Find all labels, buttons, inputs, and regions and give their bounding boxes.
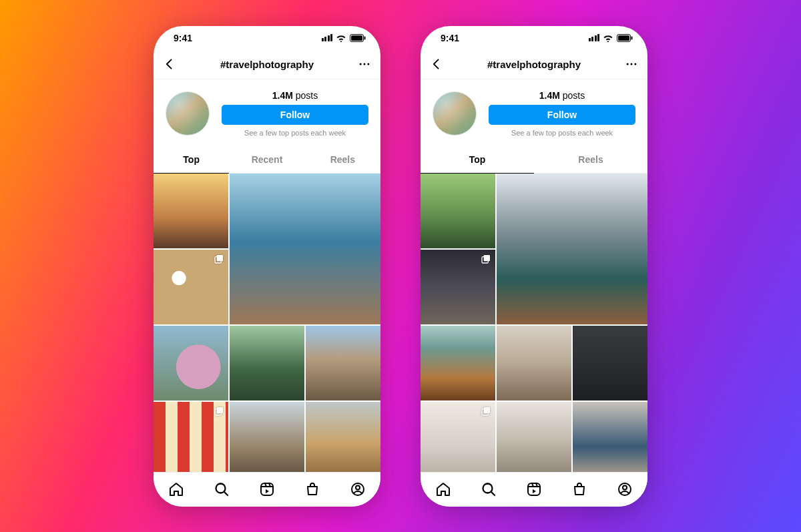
page-title: #travelphotography xyxy=(220,59,314,70)
wifi-icon xyxy=(603,34,613,42)
svg-line-11 xyxy=(224,492,228,495)
follow-subtext: See a few top posts each week xyxy=(244,129,346,137)
signal-icon xyxy=(322,34,333,41)
post-thumbnail[interactable] xyxy=(573,326,647,401)
nav-home-icon[interactable] xyxy=(168,481,184,497)
phone-left: 9:41 #travelphotography 1.4M posts Follo… xyxy=(154,26,380,507)
post-thumbnail[interactable] xyxy=(421,402,495,472)
hashtag-avatar[interactable] xyxy=(433,91,477,136)
nav-profile-icon[interactable] xyxy=(350,481,366,497)
carousel-icon xyxy=(481,406,491,417)
svg-rect-30 xyxy=(528,483,540,495)
svg-rect-8 xyxy=(217,407,223,413)
phone-right: 9:41 #travelphotography 1.4M posts Follo… xyxy=(421,26,647,507)
post-thumbnail[interactable] xyxy=(230,402,304,472)
post-thumbnail[interactable] xyxy=(154,174,228,248)
post-thumbnail[interactable] xyxy=(230,326,304,401)
nav-home-icon[interactable] xyxy=(435,481,451,497)
hashtag-info: 1.4M posts Follow See a few top posts ea… xyxy=(222,90,368,137)
svg-rect-24 xyxy=(484,255,490,261)
back-button[interactable] xyxy=(430,57,443,71)
nav-reels-icon[interactable] xyxy=(526,481,542,497)
bottom-nav xyxy=(421,472,647,507)
bottom-nav xyxy=(154,472,380,507)
post-count: 1.4M posts xyxy=(539,90,585,101)
tab-top[interactable]: Top xyxy=(421,146,534,173)
post-thumbnail[interactable] xyxy=(306,326,380,401)
post-thumbnail[interactable] xyxy=(154,402,228,472)
tab-recent[interactable]: Recent xyxy=(229,146,304,173)
hashtag-summary: 1.4M posts Follow See a few top posts ea… xyxy=(421,79,647,146)
svg-rect-1 xyxy=(351,35,362,41)
post-thumbnail[interactable] xyxy=(154,326,228,401)
svg-point-22 xyxy=(631,63,633,65)
battery-icon xyxy=(350,34,366,42)
more-button[interactable] xyxy=(358,57,371,71)
status-time: 9:41 xyxy=(174,33,192,43)
svg-point-35 xyxy=(623,486,627,490)
post-thumbnail[interactable] xyxy=(573,402,647,472)
page-title: #travelphotography xyxy=(487,59,581,70)
page-header: #travelphotography xyxy=(154,50,380,79)
svg-point-23 xyxy=(634,63,636,65)
follow-button[interactable]: Follow xyxy=(222,105,368,125)
tab-top[interactable]: Top xyxy=(154,146,229,173)
tabs-left: TopRecentReels xyxy=(154,146,380,174)
post-thumbnail[interactable] xyxy=(497,326,571,401)
svg-point-3 xyxy=(360,63,362,65)
grid-left xyxy=(154,174,380,472)
status-bar: 9:41 xyxy=(154,26,380,50)
nav-shop-icon[interactable] xyxy=(304,481,320,497)
grid-right xyxy=(421,174,647,472)
post-thumbnail[interactable] xyxy=(497,402,571,472)
tabs-right: TopReels xyxy=(421,146,647,174)
svg-point-17 xyxy=(356,486,360,490)
post-thumbnail[interactable] xyxy=(421,174,495,248)
back-button[interactable] xyxy=(163,57,176,71)
svg-rect-12 xyxy=(261,483,273,495)
post-thumbnail[interactable] xyxy=(230,174,380,324)
nav-search-icon[interactable] xyxy=(481,481,497,497)
hashtag-info: 1.4M posts Follow See a few top posts ea… xyxy=(489,90,635,137)
follow-button[interactable]: Follow xyxy=(489,105,635,125)
nav-search-icon[interactable] xyxy=(214,481,230,497)
svg-point-21 xyxy=(627,63,629,65)
nav-profile-icon[interactable] xyxy=(617,481,633,497)
post-thumbnail[interactable] xyxy=(154,250,228,324)
follow-subtext: See a few top posts each week xyxy=(511,129,613,137)
svg-rect-20 xyxy=(631,36,633,39)
post-thumbnail[interactable] xyxy=(497,174,647,324)
svg-rect-6 xyxy=(217,255,223,261)
tab-reels[interactable]: Reels xyxy=(534,146,647,173)
signal-icon xyxy=(589,34,600,41)
page-header: #travelphotography xyxy=(421,50,647,79)
hashtag-avatar[interactable] xyxy=(166,91,210,136)
nav-shop-icon[interactable] xyxy=(571,481,587,497)
status-bar: 9:41 xyxy=(421,26,647,50)
svg-rect-19 xyxy=(618,35,629,41)
svg-rect-26 xyxy=(484,407,490,413)
post-count: 1.4M posts xyxy=(272,90,318,101)
more-button[interactable] xyxy=(625,57,638,71)
carousel-icon xyxy=(214,254,224,264)
carousel-icon xyxy=(481,254,491,264)
nav-reels-icon[interactable] xyxy=(259,481,275,497)
svg-point-4 xyxy=(364,63,366,65)
svg-rect-2 xyxy=(364,36,366,39)
post-thumbnail[interactable] xyxy=(306,402,380,472)
carousel-icon xyxy=(214,406,224,417)
wifi-icon xyxy=(336,34,346,42)
svg-line-29 xyxy=(491,492,495,495)
post-thumbnail[interactable] xyxy=(421,326,495,401)
status-time: 9:41 xyxy=(441,33,459,43)
tab-reels[interactable]: Reels xyxy=(305,146,380,173)
post-thumbnail[interactable] xyxy=(421,250,495,324)
battery-icon xyxy=(617,34,633,42)
svg-point-5 xyxy=(367,63,369,65)
status-icons xyxy=(589,34,633,42)
status-icons xyxy=(322,34,366,42)
hashtag-summary: 1.4M posts Follow See a few top posts ea… xyxy=(154,79,380,146)
